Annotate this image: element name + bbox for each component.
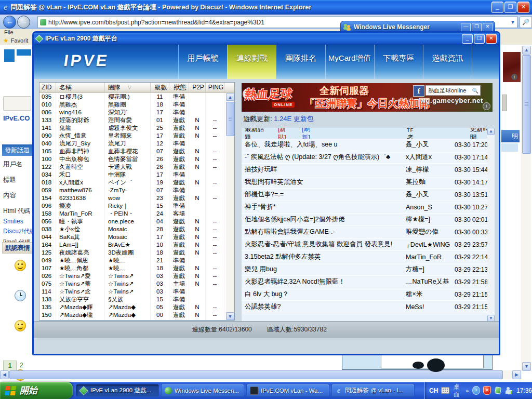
ad-banner[interactable]: 熱血足球 ONLINE 全新伺服器 「亞洲聯賽」今日火熱加開 f 熱血足球onl… <box>242 83 493 112</box>
tab-2[interactable]: 連線對戰 <box>227 45 276 79</box>
topic-author[interactable]: 糯×米 <box>406 290 455 299</box>
form-field-label[interactable]: Smilies <box>3 218 33 225</box>
scroll-down-icon[interactable]: ▼ <box>226 312 234 320</box>
tab-1[interactable]: 用戶帳號 <box>178 45 227 79</box>
security-alert-icon[interactable]: ✕ <box>483 386 491 395</box>
forum-row[interactable]: 火影忍者羈絆2.32A Nocd!無限藍！﹏NaTuRe乂基03-29 21:5… <box>242 276 487 288</box>
forum-row[interactable]: 部機乜事?=.=叒_小叉03-30 13:51 <box>242 189 487 201</box>
forum-row[interactable]: 火影忍者-忍者/守城 意見收集箱 歡迎會員 發表意見!┌DeviL★WiNG03… <box>242 238 487 251</box>
toolbar-overflow-chevron[interactable]: » <box>466 388 469 394</box>
scroll-left-icon[interactable]: ◀ <box>0 370 9 379</box>
topic-title[interactable]: 我想問有咩英黑油女 <box>242 178 406 187</box>
topic-author[interactable]: Anson_S <box>406 204 455 211</box>
topic-title[interactable]: 各位、我走場啦、入fd場、see u <box>242 140 406 149</box>
table-row[interactable]: 044BaKa其Mosaic17遊戲N-- <box>39 233 226 241</box>
column-header[interactable]: ZID <box>39 83 56 93</box>
pagination-page-2[interactable]: 2 <box>20 362 23 369</box>
start-button[interactable]: 開始 <box>0 382 73 399</box>
scroll-up-icon[interactable]: ▲ <box>226 93 234 101</box>
tab-3[interactable]: 團隊排名 <box>276 45 325 79</box>
column-header[interactable]: 狀態 <box>169 83 189 93</box>
table-row[interactable]: 038★小×佺Mosaic28遊戲N-- <box>39 225 226 233</box>
topic-title[interactable]: 3.15beta2 點解仲多左禁英 <box>242 252 406 261</box>
address-dropdown-icon[interactable]: ▼ <box>510 19 515 25</box>
topic-author[interactable]: MarTin_FoR <box>406 254 455 261</box>
scroll-up-icon[interactable]: ▲ <box>522 46 531 55</box>
vlan-minimize-button[interactable]: _ <box>462 34 473 44</box>
forum-row[interactable]: 我想問有咩英黑油女某拉麵03-30 14:17 <box>242 176 487 189</box>
scroll-right-icon[interactable]: ▶ <box>512 370 521 379</box>
topic-title[interactable]: -ˇ 疾風忍法帖 ღ (Update: 3/27 ღ角色技能演示)゜♣ <box>242 153 406 162</box>
table-row[interactable]: 105血葬非鬥神血葬非櫻花07遊戲N-- <box>39 148 226 155</box>
tab-5[interactable]: 下載專區 <box>374 45 423 79</box>
ie-maximize-button[interactable]: ❐ <box>504 2 516 13</box>
table-row[interactable]: 150↗Mazda◆瓏↗Mazda◆00遊戲N-- <box>39 311 226 319</box>
messenger-status-icon[interactable] <box>505 387 511 394</box>
wlm-maximize-button[interactable]: ❐ <box>472 23 482 32</box>
topic-author[interactable]: ┌DeviL★WiNG <box>406 241 455 248</box>
taskbar-button[interactable]: e問題解答 @ vLan - I... <box>331 384 415 397</box>
table-row[interactable]: 145核少機5mile★12遊戲N-- <box>39 319 226 320</box>
scroll-down-icon[interactable]: ▼ <box>522 362 531 371</box>
topic-author[interactable]: 凍_檸檬 <box>406 165 455 174</box>
vlan-close-button[interactable]: ✕ <box>486 34 497 44</box>
topic-author[interactable]: 叒_小叉 <box>406 140 455 149</box>
site-link[interactable]: IPvE.CO <box>3 114 30 122</box>
topic-title[interactable]: 火影忍者羈絆2.32A Nocd!無限藍！ <box>242 277 406 286</box>
table-row[interactable]: 158MarTin_FoR・PEIN・24客場 <box>39 210 226 218</box>
table-row[interactable]: 100中出魚柳包色情麥當當26遊戲N-- <box>39 155 226 163</box>
ie-vertical-scrollbar[interactable]: ▲ ▼ <box>522 46 531 371</box>
topic-author[interactable]: 檸★檬=] <box>406 215 455 224</box>
table-row[interactable]: 135↗Mazda◆輝↗Mazda◆05遊戲N-- <box>39 303 226 311</box>
topic-author[interactable]: ﹏NaTuRe乂基 <box>406 277 455 286</box>
wlm-minimize-button[interactable]: — <box>461 23 471 32</box>
column-header[interactable]: 名稱 <box>56 83 105 93</box>
table-row[interactable]: 125夜嫖諸葛亮3D夜嫖團18遊戲N-- <box>39 249 226 257</box>
topic-title[interactable]: 點解冇啦啦會話我彈左GAME-.- <box>242 228 406 236</box>
forum-row[interactable]: 神手*骨折*Anson_S03-30 10:27 <box>242 201 487 214</box>
forum-row[interactable]: 公認禁英雄?MeSs!03-29 21:15 <box>242 301 487 313</box>
language-indicator[interactable]: CH <box>429 387 438 394</box>
page-button-fragment[interactable] <box>3 96 31 111</box>
table-row[interactable]: 075☆Twins↗蒂☆Twins↗03主場N-- <box>39 280 226 288</box>
menu-file[interactable]: File <box>4 29 14 35</box>
table-row[interactable]: 15462331638wow23遊戲N-- <box>39 194 226 202</box>
topic-title[interactable]: 樂兒 用bug <box>242 265 406 274</box>
table-row[interactable]: 018x人間道xペイン゜19遊戲N-- <box>39 179 226 187</box>
table-row[interactable]: 141鬼龍虐殺李俊文25遊戲N-- <box>39 124 226 132</box>
forum-row[interactable]: 佢地個名係kjjca同小嘉=]2個外掛佬檸★檬=]03-30 02:01 <box>242 214 487 226</box>
form-field-label[interactable]: Discuz!代碼 <box>3 227 33 236</box>
topic-author[interactable]: 方糖=] <box>406 265 455 274</box>
forward-button[interactable]: → <box>17 16 30 29</box>
favorites-label[interactable]: Favorit <box>11 37 29 44</box>
topic-title[interactable]: 公認禁英雄? <box>242 302 406 311</box>
pagination-page-1[interactable]: 1 <box>3 361 17 371</box>
ie-minimize-button[interactable]: _ <box>491 2 503 13</box>
table-row[interactable]: 096樂凌Ricky｜15準備 <box>39 202 226 210</box>
clock-smiley-icon[interactable] <box>15 290 26 301</box>
keyboard-icon[interactable] <box>441 387 449 394</box>
back-button[interactable]: ← <box>3 16 16 29</box>
topic-title[interactable]: 白 6lv 大 bug？ <box>242 290 406 299</box>
topic-author[interactable]: x人間道x <box>406 153 455 162</box>
forum-row[interactable]: 3.15beta2 點解仲多左禁英MarTin_FoR03-29 22:14 <box>242 251 487 263</box>
column-header[interactable]: PING <box>206 83 224 93</box>
column-header[interactable]: 級數 <box>151 83 169 93</box>
update-package-link[interactable]: 1.24E 更新包 <box>274 115 314 123</box>
favorites-star-icon[interactable]: ★ <box>3 37 9 44</box>
table-row[interactable]: 049★曉﹏佩恩★曉﹏21準備 <box>39 257 226 264</box>
scrollbar-thumb[interactable] <box>9 370 503 379</box>
table-row[interactable]: 010黑雞杰黑雞團18準備 <box>39 101 226 109</box>
topic-author[interactable]: 唯愛戀の偉 <box>406 228 455 236</box>
table-row[interactable]: 059matthew876-ZmTy-07準備 <box>39 187 226 194</box>
ie-close-button[interactable]: ✕ <box>517 2 529 13</box>
topic-title[interactable]: 部機乜事?=.= <box>242 190 406 199</box>
table-row[interactable]: 040流尾刀_Sky流尾刀12準備 <box>39 140 226 148</box>
vlan-maximize-button[interactable]: ❐ <box>474 34 485 44</box>
table-row[interactable]: 114☆Twins↗念☆Twins↗03準備 <box>39 288 226 296</box>
forum-row[interactable]: 抽技好玩咩凍_檸檬03-30 15:44 <box>242 164 487 176</box>
topic-title[interactable]: 火影忍者-忍者/守城 意見收集箱 歡迎會員 發表意見! <box>242 240 406 249</box>
taskbar-button[interactable]: IPvE vLan 2900 遊戲... <box>76 384 159 397</box>
table-row[interactable]: 107★曉﹏角都★曉﹏18遊戲N-- <box>39 264 226 272</box>
forum-row[interactable]: 樂兒 用bug方糖=]03-29 22:13 <box>242 263 487 276</box>
